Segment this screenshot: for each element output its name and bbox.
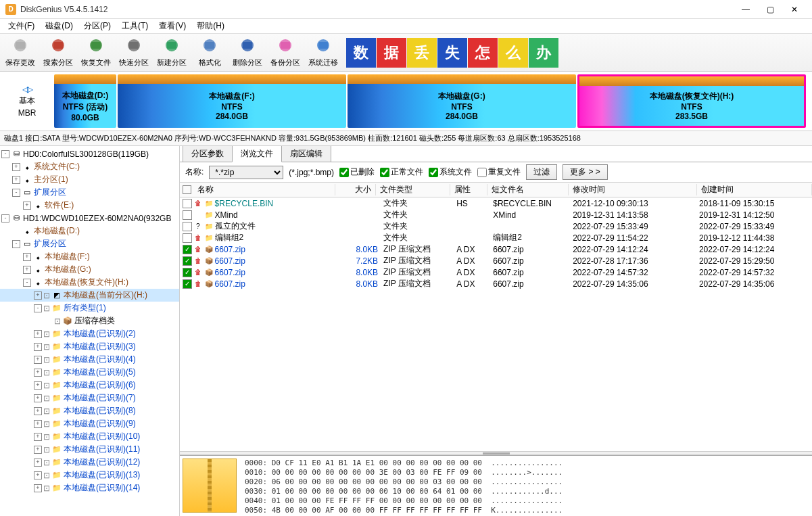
row-checkbox[interactable]: ✓ [183,268,192,277]
expand-icon[interactable]: + [12,176,20,184]
expand-icon[interactable]: - [12,240,20,248]
tree-item[interactable]: ⬥本地磁盘(D:) [0,225,179,237]
tree-item[interactable]: -⛁HD0:ColorfulSL300128GB(119GB) [0,147,179,160]
filter-button[interactable]: 过滤 [526,164,557,180]
col-type[interactable]: 文件类型 [376,184,450,195]
hex-dump[interactable]: 0000: D0 CF 11 E0 A1 B1 1A E1 00 00 00 0… [245,459,563,513]
row-checkbox[interactable] [183,210,192,220]
expand-icon[interactable]: + [23,253,31,261]
tree-item[interactable]: -⛁HD1:WDCWD10EZEX-60M2NA0(932GB [0,212,179,225]
tree-item[interactable]: +⊡📁本地磁盘(已识别)(11) [0,443,179,456]
file-row[interactable]: ✓🗑📦6607.zip7.2KBZIP 压缩文档A DX6607.zip2022… [180,255,812,266]
menu-item[interactable]: 文件(F) [3,19,40,33]
tree-item[interactable]: +⊡📁本地磁盘(已识别)(10) [0,430,179,443]
tree-item[interactable]: +⊡📁本地磁盘(已识别)(4) [0,353,179,366]
col-mtime[interactable]: 修改时间 [569,184,697,195]
tree-item[interactable]: ⊡📦压缩存档类 [0,314,179,327]
expand-icon[interactable]: + [23,202,31,210]
tree-item[interactable]: +⬥软件(E:) [0,199,179,212]
row-checkbox[interactable] [183,233,192,243]
tree-item[interactable]: +⬥本地磁盘(F:) [0,250,179,263]
menu-item[interactable]: 磁盘(D) [40,19,78,33]
tree-item[interactable]: +⊡📁本地磁盘(已识别)(9) [0,417,179,430]
tab[interactable]: 分区参数 [183,146,233,162]
expand-icon[interactable]: + [34,291,42,300]
normal-checkbox[interactable]: 正常文件 [380,166,423,178]
disk-tree[interactable]: -⛁HD0:ColorfulSL300128GB(119GB)+⬥系统文件(C:… [0,146,180,516]
nav-arrows-icon[interactable]: ◁▷ [22,85,32,94]
expand-icon[interactable]: - [1,214,9,222]
file-row[interactable]: 🗑📁编辑组2文件夹编辑组22022-07-29 11:54:222019-12-… [180,232,812,243]
tab[interactable]: 扇区编辑 [281,146,331,162]
menu-item[interactable]: 分区(P) [78,19,116,33]
tree-item[interactable]: +⊡📁本地磁盘(已识别)(7) [0,392,179,404]
name-filter-input[interactable]: *.*zip [209,166,283,179]
partition-box[interactable]: 本地磁盘(恢复文件)(H:)NTFS283.5GB [577,74,806,128]
row-checkbox[interactable] [183,199,192,208]
expand-icon[interactable]: - [23,279,31,287]
tool-search-button[interactable]: 搜索分区 [41,35,76,70]
col-attr[interactable]: 属性 [450,184,487,195]
close-button[interactable]: ✕ [782,1,807,18]
expand-icon[interactable]: + [34,381,42,390]
tree-item[interactable]: +⊡📁本地磁盘(已识别)(2) [0,327,179,340]
tool-delete-button[interactable]: 删除分区 [230,35,265,70]
file-row[interactable]: 🗑📁$RECYCLE.BIN文件夹HS$RECYCLE.BIN2021-12-1… [180,197,812,209]
expand-icon[interactable]: + [23,266,31,274]
file-row[interactable]: 📁XMind文件夹XMind2019-12-31 14:13:582019-12… [180,209,812,220]
expand-icon[interactable]: + [34,330,42,338]
row-checkbox[interactable]: ✓ [183,279,192,289]
partition-box[interactable]: 本地磁盘(F:)NTFS284.0GB [118,74,346,128]
file-row[interactable]: ✓🗑📦6607.zip8.0KBZIP 压缩文档A DX6607.zip2022… [180,243,812,255]
menu-item[interactable]: 工具(T) [116,19,153,33]
more-button[interactable]: 更多 > > [563,164,608,180]
tree-item[interactable]: +⊡📁本地磁盘(已识别)(3) [0,340,179,353]
tool-new-button[interactable]: 新建分区 [154,35,189,70]
expand-icon[interactable]: - [12,189,20,197]
tree-item[interactable]: +⊡📁本地磁盘(已识别)(14) [0,482,179,494]
file-row[interactable]: ✓🗑📦6607.zip8.0KBZIP 压缩文档A DX6607.zip2022… [180,278,812,289]
tree-item[interactable]: +⬥本地磁盘(G:) [0,263,179,276]
row-checkbox[interactable] [183,222,192,231]
expand-icon[interactable]: + [34,420,42,428]
tree-item[interactable]: +⊡📁本地磁盘(已识别)(6) [0,379,179,392]
expand-icon[interactable]: + [34,471,42,479]
select-all-checkbox[interactable] [183,185,191,194]
tree-item[interactable]: +⬥主分区(1) [0,173,179,186]
col-size[interactable]: 大小 [335,184,376,195]
tree-item[interactable]: +⊡📁本地磁盘(已识别)(13) [0,469,179,482]
tree-item[interactable]: +⊡📁本地磁盘(已识别)(12) [0,456,179,469]
partition-box[interactable]: 本地磁盘(D:)NTFS (活动)80.0GB [54,74,116,128]
file-list[interactable]: 🗑📁$RECYCLE.BIN文件夹HS$RECYCLE.BIN2021-12-1… [180,197,812,451]
menu-item[interactable]: 帮助(H) [191,19,230,33]
tool-format-button[interactable]: 格式化 [192,35,227,70]
expand-icon[interactable]: + [12,163,20,171]
tree-item[interactable]: +⊡📁本地磁盘(已识别)(8) [0,404,179,417]
expand-icon[interactable]: - [34,304,42,312]
tool-backup-button[interactable]: 备份分区 [268,35,303,70]
system-checkbox[interactable]: 系统文件 [429,166,472,178]
tool-recover-button[interactable]: 恢复文件 [78,35,114,70]
tree-item[interactable]: +⊡◩本地磁盘(当前分区)(H:) [0,289,179,302]
tree-item[interactable]: +⬥系统文件(C:) [0,160,179,173]
expand-icon[interactable]: + [34,484,42,492]
file-row[interactable]: ?📁孤立的文件文件夹2022-07-29 15:33:492022-07-29 … [180,220,812,232]
minimize-button[interactable]: — [734,1,758,18]
file-list-header[interactable]: 名称 大小 文件类型 属性 短文件名 修改时间 创建时间 [180,183,812,197]
tool-quick-button[interactable]: 快速分区 [116,35,151,70]
expand-icon[interactable]: + [34,356,42,364]
tool-save-button[interactable]: 保存更改 [3,35,38,70]
expand-icon[interactable]: + [34,369,42,377]
dup-checkbox[interactable]: 重复文件 [477,166,521,178]
expand-icon[interactable]: - [1,150,9,158]
file-row[interactable]: ✓🗑📦6607.zip8.0KBZIP 压缩文档A DX6607.zip2022… [180,266,812,278]
tree-item[interactable]: -▭扩展分区 [0,186,179,199]
expand-icon[interactable]: + [34,433,42,441]
deleted-checkbox[interactable]: 已删除 [339,166,375,178]
tab[interactable]: 浏览文件 [232,146,282,162]
row-checkbox[interactable]: ✓ [183,245,192,254]
expand-icon[interactable]: + [34,407,42,415]
tree-item[interactable]: -▭扩展分区 [0,237,179,250]
tree-item[interactable]: -⬥本地磁盘(恢复文件)(H:) [0,276,179,289]
tool-migrate-button[interactable]: 系统迁移 [306,35,341,70]
